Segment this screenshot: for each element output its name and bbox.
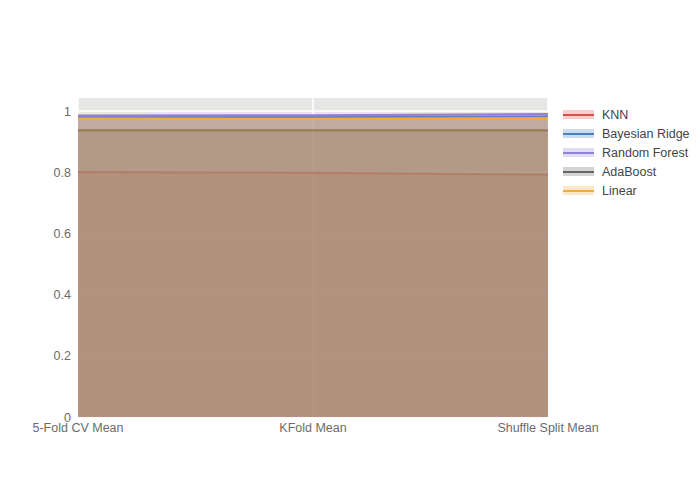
legend-label: Linear [602, 184, 637, 198]
legend-color-line [563, 171, 594, 173]
legend-swatch-adaboost [563, 167, 594, 176]
legend-item-random-forest[interactable]: Random Forest [563, 143, 690, 162]
y-tick-label: 0.6 [54, 227, 71, 241]
x-tick-label: 5-Fold CV Mean [32, 421, 123, 435]
legend: KNNBayesian RidgeRandom ForestAdaBoostLi… [563, 105, 690, 200]
legend-color-line [563, 114, 594, 116]
y-tick-label: 0.4 [54, 288, 71, 302]
y-tick-label: 1 [64, 105, 71, 119]
legend-item-adaboost[interactable]: AdaBoost [563, 162, 690, 181]
legend-label: KNN [602, 108, 628, 122]
chart-container: 00.20.40.60.815-Fold CV MeanKFold MeanSh… [0, 0, 700, 500]
legend-label: AdaBoost [602, 165, 656, 179]
legend-color-line [563, 133, 594, 135]
legend-item-knn[interactable]: KNN [563, 105, 690, 124]
legend-label: Random Forest [602, 146, 688, 160]
legend-color-line [563, 190, 594, 192]
legend-swatch-knn [563, 110, 594, 119]
x-tick-label: Shuffle Split Mean [497, 421, 598, 435]
legend-item-bayesian-ridge[interactable]: Bayesian Ridge [563, 124, 690, 143]
legend-swatch-bayesian-ridge [563, 129, 594, 138]
legend-color-line [563, 152, 594, 154]
trace-area-linear [78, 118, 548, 417]
legend-label: Bayesian Ridge [602, 127, 690, 141]
legend-item-linear[interactable]: Linear [563, 181, 690, 200]
legend-swatch-random-forest [563, 148, 594, 157]
y-tick-label: 0.2 [54, 349, 71, 363]
x-tick-label: KFold Mean [279, 421, 346, 435]
cv-scores-area-chart: 00.20.40.60.815-Fold CV MeanKFold MeanSh… [0, 0, 700, 500]
y-tick-label: 0.8 [54, 166, 71, 180]
trace-line-linear [78, 118, 548, 119]
legend-swatch-linear [563, 186, 594, 195]
